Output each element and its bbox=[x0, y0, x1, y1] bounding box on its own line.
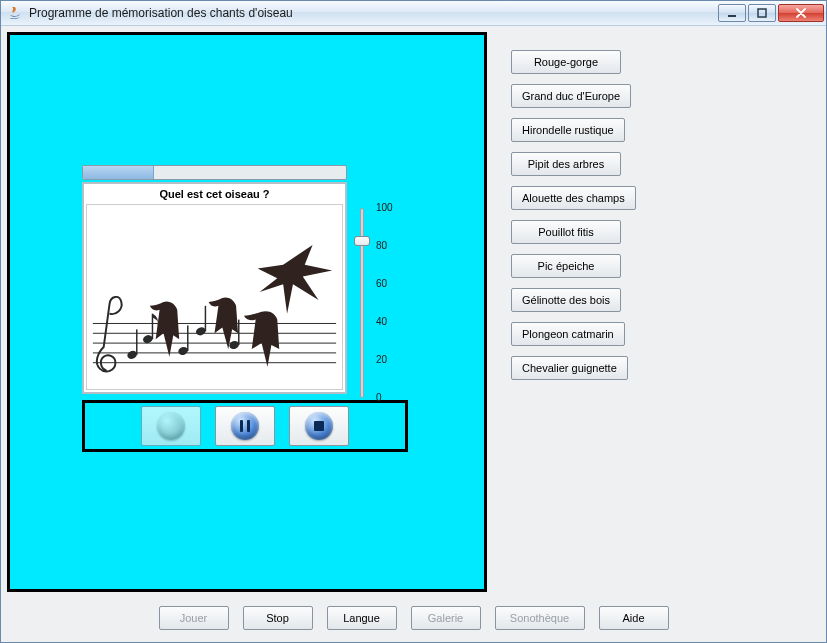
bottom-btn-sonotheque[interactable]: Sonothèque bbox=[495, 606, 585, 630]
bird-option[interactable]: Rouge-gorge bbox=[511, 50, 621, 74]
stop-icon bbox=[305, 412, 333, 440]
slider-tick: 60 bbox=[376, 278, 402, 289]
bottom-btn-galerie[interactable]: Galerie bbox=[411, 606, 481, 630]
client-area: Quel est cet oiseau ? bbox=[1, 26, 826, 642]
quiz-canvas: Quel est cet oiseau ? bbox=[7, 32, 487, 592]
svg-rect-12 bbox=[187, 325, 188, 351]
bottom-btn-stop[interactable]: Stop bbox=[243, 606, 313, 630]
bottom-toolbar: Jouer Stop Langue Galerie Sonothèque Aid… bbox=[7, 592, 820, 636]
bird-option[interactable]: Grand duc d'Europe bbox=[511, 84, 631, 108]
slider-tick: 100 bbox=[376, 202, 402, 213]
svg-rect-16 bbox=[238, 320, 239, 346]
main-row: Quel est cet oiseau ? bbox=[7, 32, 820, 592]
quiz-image bbox=[86, 204, 343, 390]
bottom-btn-langue[interactable]: Langue bbox=[327, 606, 397, 630]
svg-rect-8 bbox=[136, 329, 137, 355]
bird-option[interactable]: Pipit des arbres bbox=[511, 152, 621, 176]
volume-slider-thumb[interactable] bbox=[354, 236, 370, 246]
play-button[interactable] bbox=[141, 406, 201, 446]
bird-option[interactable]: Gélinotte des bois bbox=[511, 288, 621, 312]
slider-tick: 80 bbox=[376, 240, 402, 251]
quiz-question: Quel est cet oiseau ? bbox=[86, 188, 343, 200]
minimize-button[interactable] bbox=[718, 4, 746, 22]
play-icon bbox=[157, 412, 185, 440]
close-button[interactable] bbox=[778, 4, 824, 22]
bird-option[interactable]: Pouillot fitis bbox=[511, 220, 621, 244]
slider-tick: 40 bbox=[376, 316, 402, 327]
quiz-card: Quel est cet oiseau ? bbox=[82, 182, 347, 394]
bird-answer-list: Rouge-gorge Grand duc d'Europe Hirondell… bbox=[505, 32, 820, 592]
svg-rect-1 bbox=[758, 9, 766, 17]
bird-option[interactable]: Alouette des champs bbox=[511, 186, 636, 210]
bird-option[interactable]: Chevalier guignette bbox=[511, 356, 628, 380]
java-app-icon bbox=[7, 5, 23, 21]
pause-button[interactable] bbox=[215, 406, 275, 446]
stop-button[interactable] bbox=[289, 406, 349, 446]
bird-option[interactable]: Plongeon catmarin bbox=[511, 322, 625, 346]
volume-slider[interactable]: 100 80 60 40 20 0 bbox=[354, 196, 404, 412]
pause-icon bbox=[231, 412, 259, 440]
maximize-button[interactable] bbox=[748, 4, 776, 22]
bird-option[interactable]: Pic épeiche bbox=[511, 254, 621, 278]
title-bar: Programme de mémorisation des chants d'o… bbox=[1, 1, 826, 26]
app-window: Programme de mémorisation des chants d'o… bbox=[0, 0, 827, 643]
slider-tick: 0 bbox=[376, 392, 402, 403]
window-title: Programme de mémorisation des chants d'o… bbox=[29, 6, 716, 20]
slider-tick: 20 bbox=[376, 354, 402, 365]
playback-progress[interactable] bbox=[82, 165, 347, 180]
window-controls bbox=[716, 4, 824, 22]
quiz-panel: Quel est cet oiseau ? bbox=[82, 165, 408, 452]
bird-option[interactable]: Hirondelle rustique bbox=[511, 118, 625, 142]
svg-rect-14 bbox=[205, 306, 206, 332]
bottom-btn-aide[interactable]: Aide bbox=[599, 606, 669, 630]
bottom-btn-jouer[interactable]: Jouer bbox=[159, 606, 229, 630]
playback-progress-bar bbox=[83, 166, 154, 179]
svg-rect-0 bbox=[728, 15, 736, 17]
